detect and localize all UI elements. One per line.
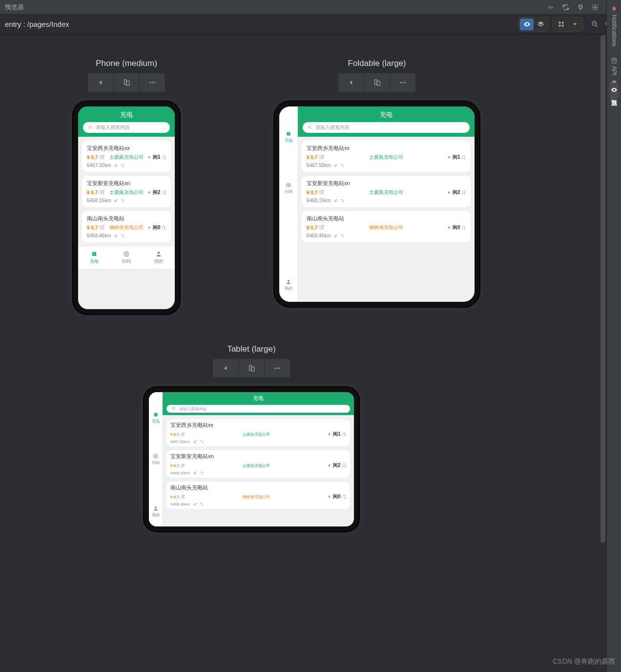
bolt-icon bbox=[447, 226, 451, 230]
foldable-screen[interactable]: 充电 扫码 我的 充电 请输入搜索内容 宝安西乡充电站xx¥ 0.7 /度土拨鼠… bbox=[279, 106, 475, 302]
sidebar-tab-api[interactable]: API参考 bbox=[610, 53, 618, 79]
station-distance: 6468.46km bbox=[87, 233, 111, 238]
tablet-screen[interactable]: 充电 扫码 我的 充电 请输入搜索内容 宝安西乡充电站xx¥ 0.7 /度土拨鼠… bbox=[149, 392, 354, 526]
station-card[interactable]: 宝安西乡充电站xx¥ 0.7 /度土拨鼠充电公司闲1 /16467.50km bbox=[302, 141, 471, 172]
scrollbar-thumb[interactable] bbox=[600, 35, 605, 543]
nav-icon bbox=[114, 164, 118, 168]
station-card[interactable]: 宝安新安充电站xn¥ 0.7 /度土拨鼠充电公司闲2 /36468.15km bbox=[166, 450, 350, 478]
search-input[interactable]: 请输入搜索内容 bbox=[166, 405, 350, 413]
tab-charge[interactable]: 充电 bbox=[279, 126, 297, 148]
page-title: 充电 bbox=[166, 395, 350, 402]
station-distance: 6467.50km bbox=[307, 163, 331, 168]
search-placeholder: 请输入搜索内容 bbox=[179, 406, 207, 412]
search-icon bbox=[308, 125, 312, 130]
device-rotate-button[interactable] bbox=[114, 73, 139, 92]
station-card[interactable]: 南山南头充电站¥ 0.7 /度钢铁侠充电公司闲0 /16468.46km bbox=[166, 482, 350, 509]
station-card[interactable]: 宝安新安充电站xn¥ 0.7 /度土拨鼠充电公司闲2 /36468.15km bbox=[302, 176, 471, 207]
phone-screen[interactable]: 充电 请输入搜索内容 宝安西乡充电站xx¥ 0.7 /度土拨鼠充电公司闲1 /1… bbox=[78, 106, 175, 309]
station-list[interactable]: 宝安西乡充电站xx¥ 0.7 /度土拨鼠充电公司闲1 /16467.50km宝安… bbox=[163, 415, 354, 526]
bolt-icon bbox=[147, 190, 151, 194]
station-status: 闲0 /1 bbox=[447, 224, 466, 231]
tab-charge[interactable]: 充电 bbox=[149, 407, 162, 429]
station-company: 土拨鼠充电公司 bbox=[185, 463, 328, 468]
device-back-button[interactable] bbox=[88, 73, 113, 92]
app-header: 充电 请输入搜索内容 bbox=[163, 392, 354, 415]
station-card[interactable]: 宝安西乡充电站xx¥ 0.7 /度土拨鼠充电公司闲1 /16467.50km bbox=[166, 419, 350, 446]
price-unit: /度 bbox=[180, 463, 185, 468]
search-placeholder: 请输入搜索内容 bbox=[315, 124, 350, 131]
bolt-icon bbox=[328, 463, 331, 467]
tablet-frame: 充电 扫码 我的 充电 请输入搜索内容 宝安西乡充电站xx¥ 0.7 /度土拨鼠… bbox=[144, 387, 359, 531]
station-price: ¥ 0.7 bbox=[307, 190, 317, 195]
nav-icon bbox=[114, 234, 118, 238]
station-list[interactable]: 宝安西乡充电站xx¥ 0.7 /度土拨鼠充电公司闲1 /16467.50km宝安… bbox=[78, 137, 175, 246]
station-company: 钢铁侠充电公司 bbox=[105, 224, 147, 231]
route-icon bbox=[121, 234, 124, 238]
dropdown-button[interactable] bbox=[568, 19, 581, 30]
station-name: 宝安西乡充电站xx bbox=[87, 145, 166, 152]
tab-mine[interactable]: 我的 bbox=[149, 501, 162, 523]
station-company: 钢铁侠充电公司 bbox=[185, 494, 328, 500]
eye-icon bbox=[611, 86, 618, 93]
tab-mine[interactable]: 我的 bbox=[143, 247, 175, 269]
device-more-button[interactable] bbox=[390, 73, 415, 92]
station-name: 宝安新安充电站xn bbox=[170, 453, 346, 460]
tab-scan[interactable]: 扫码 bbox=[110, 247, 143, 269]
device-more-button[interactable] bbox=[265, 359, 290, 378]
device-more-button[interactable] bbox=[140, 73, 165, 92]
watermark: CSDN @奔跑的露西 bbox=[553, 657, 615, 666]
station-status: 闲2 /3 bbox=[328, 462, 346, 469]
scrollbar-track[interactable] bbox=[600, 35, 605, 670]
station-company: 钢铁侠充电公司 bbox=[325, 224, 447, 231]
nav-icon bbox=[193, 440, 197, 444]
inspector-toggle-group bbox=[518, 17, 549, 32]
tab-charge[interactable]: 充电 bbox=[78, 247, 110, 269]
sidebar-tab-previewer[interactable]: 预览器 bbox=[610, 83, 618, 99]
device-rotate-button[interactable] bbox=[364, 73, 390, 92]
route-icon bbox=[200, 471, 204, 475]
side-tabs: 充电 扫码 我的 bbox=[149, 392, 163, 526]
device-title: Tablet (large) bbox=[144, 344, 359, 354]
device-back-button[interactable] bbox=[213, 359, 238, 378]
station-card[interactable]: 宝安新安充电站xn¥ 0.7 /度土拨鼠充电公司闲2 /36468.15km bbox=[82, 176, 171, 207]
plug-button[interactable] bbox=[574, 1, 587, 14]
nav-icon bbox=[193, 471, 197, 475]
station-distance: 6468.15km bbox=[87, 198, 111, 203]
station-price: ¥ 0.7 bbox=[170, 463, 179, 468]
zoom-out-button[interactable] bbox=[588, 19, 601, 30]
bolt-icon bbox=[328, 432, 331, 436]
layout-toggle-group bbox=[553, 17, 583, 32]
tab-scan[interactable]: 扫码 bbox=[149, 448, 162, 470]
device-rotate-button[interactable] bbox=[239, 359, 264, 378]
price-unit: /度 bbox=[318, 154, 325, 161]
route-icon bbox=[121, 164, 124, 168]
nav-icon bbox=[333, 164, 337, 168]
tab-mine[interactable]: 我的 bbox=[279, 274, 297, 296]
app-header: 充电 请输入搜索内容 bbox=[78, 106, 175, 137]
side-tabs: 充电 扫码 我的 bbox=[279, 106, 298, 302]
grid-button[interactable] bbox=[554, 19, 568, 30]
inspect-eye-button[interactable] bbox=[520, 19, 534, 30]
inspect-layers-button[interactable] bbox=[534, 19, 547, 30]
sidebar-tab-notifications[interactable]: Notifications bbox=[611, 2, 618, 50]
price-unit: /度 bbox=[99, 224, 105, 231]
refresh-button[interactable] bbox=[559, 1, 572, 14]
device-back-button[interactable] bbox=[338, 73, 364, 92]
nav-icon bbox=[333, 199, 337, 203]
station-card[interactable]: 南山南头充电站¥ 0.7 /度钢铁侠充电公司闲0 /16468.46km bbox=[82, 211, 171, 242]
search-input[interactable]: 请输入搜索内容 bbox=[303, 122, 470, 133]
route-icon bbox=[200, 440, 204, 444]
search-input[interactable]: 请输入搜索内容 bbox=[83, 122, 170, 133]
station-company: 土拨鼠充电公司 bbox=[185, 432, 328, 437]
price-unit: /度 bbox=[180, 432, 185, 437]
station-company: 土拨鼠充电公司 bbox=[325, 154, 447, 161]
station-list[interactable]: 宝安西乡充电站xx¥ 0.7 /度土拨鼠充电公司闲1 /16467.50km宝安… bbox=[298, 137, 475, 302]
preview-canvas[interactable]: Phone (medium) 充电 请输入搜索内容 宝安西乡充电站xx¥ 0.7… bbox=[0, 34, 606, 672]
station-card[interactable]: 宝安西乡充电站xx¥ 0.7 /度土拨鼠充电公司闲1 /16467.50km bbox=[82, 141, 171, 172]
settings-button[interactable] bbox=[589, 1, 601, 14]
tab-scan[interactable]: 扫码 bbox=[279, 177, 297, 199]
font-size-button[interactable] bbox=[545, 1, 558, 14]
nav-icon bbox=[114, 199, 118, 203]
station-card[interactable]: 南山南头充电站¥ 0.7 /度钢铁侠充电公司闲0 /16468.46km bbox=[302, 211, 471, 242]
search-icon bbox=[171, 406, 176, 411]
